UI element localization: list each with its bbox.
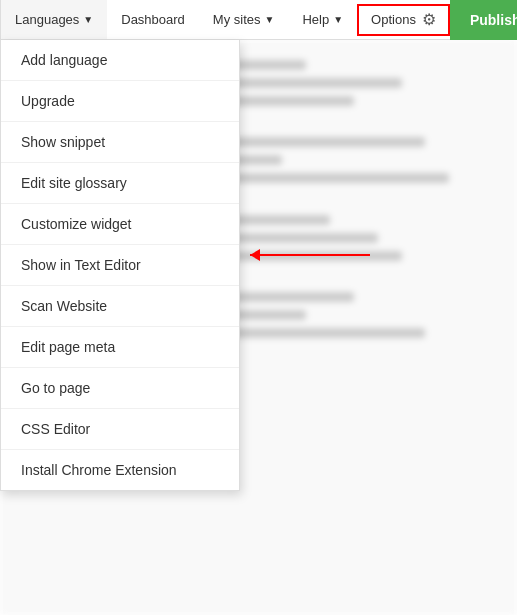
dropdown-item-upgrade[interactable]: Upgrade	[1, 81, 239, 122]
dropdown-item-go-to-page[interactable]: Go to page	[1, 368, 239, 409]
dropdown-item-add-language[interactable]: Add language	[1, 40, 239, 81]
options-button[interactable]: Options ⚙	[357, 4, 450, 36]
help-label: Help	[302, 12, 329, 27]
gear-icon: ⚙	[422, 10, 436, 29]
languages-arrow: ▼	[83, 14, 93, 25]
nav-languages[interactable]: Languages ▼	[0, 0, 107, 39]
dropdown-item-edit-page-meta[interactable]: Edit page meta	[1, 327, 239, 368]
nav-dashboard[interactable]: Dashboard	[107, 0, 199, 39]
customize-widget-label: Customize widget	[21, 216, 132, 232]
dropdown-item-edit-site-glossary[interactable]: Edit site glossary	[1, 163, 239, 204]
show-snippet-label: Show snippet	[21, 134, 105, 150]
edit-page-meta-label: Edit page meta	[21, 339, 115, 355]
publish-button[interactable]: Publish Changes	[450, 0, 517, 40]
scan-website-label: Scan Website	[21, 298, 107, 314]
arrow-head	[250, 249, 260, 261]
dropdown-item-install-chrome-extension[interactable]: Install Chrome Extension	[1, 450, 239, 490]
red-arrow-annotation	[250, 254, 370, 256]
dashboard-label: Dashboard	[121, 12, 185, 27]
dropdown-item-show-snippet[interactable]: Show snippet	[1, 122, 239, 163]
navbar-right: Options ⚙ Publish Changes	[357, 0, 517, 39]
dropdown-item-customize-widget[interactable]: Customize widget	[1, 204, 239, 245]
nav-mysites[interactable]: My sites ▼	[199, 0, 289, 39]
mysites-label: My sites	[213, 12, 261, 27]
help-arrow: ▼	[333, 14, 343, 25]
show-in-text-editor-label: Show in Text Editor	[21, 257, 141, 273]
dropdown-menu: Add language Upgrade Show snippet Edit s…	[0, 40, 240, 491]
options-label: Options	[371, 12, 416, 27]
mysites-arrow: ▼	[265, 14, 275, 25]
languages-label: Languages	[15, 12, 79, 27]
nav-help[interactable]: Help ▼	[288, 0, 357, 39]
navbar: Languages ▼ Dashboard My sites ▼ Help ▼ …	[0, 0, 517, 40]
dropdown-item-css-editor[interactable]: CSS Editor	[1, 409, 239, 450]
arrow-line	[250, 254, 370, 256]
dropdown-item-show-in-text-editor[interactable]: Show in Text Editor	[1, 245, 239, 286]
add-language-label: Add language	[21, 52, 107, 68]
go-to-page-label: Go to page	[21, 380, 90, 396]
upgrade-label: Upgrade	[21, 93, 75, 109]
dropdown-item-scan-website[interactable]: Scan Website	[1, 286, 239, 327]
install-chrome-extension-label: Install Chrome Extension	[21, 462, 177, 478]
edit-site-glossary-label: Edit site glossary	[21, 175, 127, 191]
css-editor-label: CSS Editor	[21, 421, 90, 437]
